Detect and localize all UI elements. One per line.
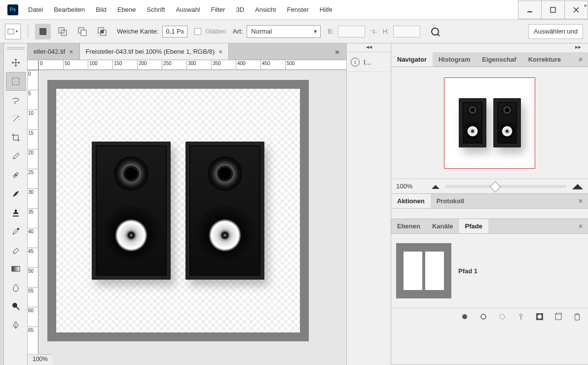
stroke-path-icon[interactable]: [479, 313, 487, 321]
right-panel-column: ◂◂ i I... ▸▸ Navigator Histogram Eigensc…: [346, 43, 588, 365]
stamp-tool[interactable]: [6, 203, 26, 222]
gradient-tool[interactable]: [6, 259, 26, 278]
feather-input[interactable]: 0,1 Px: [162, 26, 187, 37]
tab-eigenschaften[interactable]: Eigenschaf: [476, 52, 522, 67]
healing-tool[interactable]: [6, 166, 26, 184]
brush-tool[interactable]: [6, 184, 26, 203]
lasso-tool[interactable]: [6, 91, 26, 110]
layers-panel: Ebenen Kanäle Pfade ≡ Pfad 1: [391, 219, 588, 365]
menu-auswahl[interactable]: Auswahl: [176, 6, 200, 13]
eyedropper-tool[interactable]: [6, 147, 26, 166]
navigator-footer: 100%: [391, 179, 588, 193]
svg-rect-15: [12, 78, 19, 85]
add-selection-button[interactable]: [55, 24, 71, 39]
menu-datei[interactable]: Datei: [28, 6, 43, 13]
history-brush-tool[interactable]: [6, 222, 26, 241]
new-selection-button[interactable]: [35, 24, 51, 39]
actions-tab-row: Aktionen Protokoll ≡: [391, 194, 588, 209]
tab-kanaele[interactable]: Kanäle: [426, 219, 459, 233]
panel-menu-icon[interactable]: ≡: [573, 219, 588, 233]
zoom-in-icon[interactable]: [572, 183, 583, 189]
svg-rect-27: [556, 313, 561, 314]
menu-hilfe[interactable]: Hilfe: [320, 6, 332, 13]
swap-wh-icon: [369, 27, 379, 36]
navigator-preview[interactable]: [391, 67, 588, 179]
subtract-selection-button[interactable]: [74, 24, 90, 39]
menu-bild[interactable]: Bild: [96, 6, 107, 13]
menu-filter[interactable]: Filter: [211, 6, 225, 13]
dodge-tool[interactable]: [6, 297, 26, 316]
select-and-mask-button[interactable]: Auswählen und: [528, 24, 583, 39]
ruler-vertical[interactable]: 0 5 10 15 20 25 30 35 40 45 50 55 60 65: [28, 70, 38, 355]
close-icon[interactable]: ×: [219, 48, 222, 56]
info-panel-collapsed[interactable]: i I...: [347, 52, 391, 72]
minimize-button[interactable]: [518, 0, 542, 19]
path-thumbnail[interactable]: [396, 243, 451, 298]
blur-tool[interactable]: [6, 278, 26, 297]
add-mask-icon[interactable]: [536, 313, 544, 321]
menu-ebene[interactable]: Ebene: [117, 6, 136, 13]
style-label: Art:: [233, 28, 243, 35]
tab-ebenen[interactable]: Ebenen: [391, 219, 426, 233]
canvas-viewport: 0 50 100 150 200 250 300 350 400 450 500…: [28, 60, 346, 365]
antialias-checkbox[interactable]: [194, 28, 201, 35]
navigator-view-box[interactable]: [444, 77, 535, 169]
panel-edge-left[interactable]: ▸: [0, 43, 4, 365]
eraser-tool[interactable]: [6, 241, 26, 259]
path-name[interactable]: Pfad 1: [458, 267, 478, 275]
tab-navigator[interactable]: Navigator: [391, 52, 433, 67]
delete-path-icon[interactable]: [573, 313, 581, 321]
document-tab-1[interactable]: eller-042.tif ×: [28, 43, 80, 60]
ruler-tick: 65: [28, 327, 38, 346]
magic-wand-tool[interactable]: [6, 110, 26, 128]
artboard: [56, 89, 300, 332]
image-speaker-right: [185, 142, 264, 280]
svg-point-22: [481, 314, 486, 319]
fill-path-icon[interactable]: [461, 313, 469, 321]
intersect-selection-button[interactable]: [94, 24, 110, 39]
document-tab-2[interactable]: Freisteller-043.tif bei 100% (Ebene 1, R…: [80, 43, 229, 60]
collapse-icon[interactable]: ▸▸: [391, 43, 588, 52]
svg-point-17: [17, 228, 19, 230]
move-tool[interactable]: [6, 53, 26, 72]
make-workpath-icon[interactable]: [517, 313, 525, 321]
ruler-tick: 200: [137, 60, 162, 70]
tab-histogram[interactable]: Histogram: [433, 52, 476, 67]
style-select[interactable]: Normal: [247, 25, 321, 38]
navigator-zoom-slider[interactable]: [445, 185, 566, 188]
navigator-zoom-input[interactable]: 100%: [396, 182, 426, 190]
status-zoom[interactable]: 100%: [33, 356, 48, 363]
tab-overflow-button[interactable]: »: [328, 43, 346, 60]
ruler-horizontal[interactable]: 0 50 100 150 200 250 300 350 400 450 500: [38, 60, 346, 70]
close-icon[interactable]: ×: [69, 48, 73, 56]
options-bar: Weiche Kante: 0,1 Px Glätten Art: Normal…: [0, 20, 588, 43]
zoom-out-icon[interactable]: [432, 184, 440, 189]
feather-label: Weiche Kante:: [117, 28, 158, 35]
new-path-icon[interactable]: [554, 313, 562, 321]
collapse-icon[interactable]: ◂◂: [347, 43, 391, 52]
menu-bearbeiten[interactable]: Bearbeiten: [54, 6, 85, 13]
ruler-corner[interactable]: [28, 60, 38, 70]
marquee-tool[interactable]: [6, 72, 26, 91]
menu-schrift[interactable]: Schrift: [147, 6, 165, 13]
tab-protokoll[interactable]: Protokoll: [431, 194, 470, 208]
menu-ansicht[interactable]: Ansicht: [255, 6, 276, 13]
menu-fenster[interactable]: Fenster: [287, 6, 309, 13]
tab-pfade[interactable]: Pfade: [459, 219, 488, 233]
refine-edge-icon[interactable]: [427, 24, 443, 39]
tool-preset-picker[interactable]: [5, 24, 21, 39]
tab-aktionen[interactable]: Aktionen: [391, 194, 431, 208]
tab-korrekturen[interactable]: Korrekture: [522, 52, 567, 67]
crop-tool[interactable]: [6, 128, 26, 147]
canvas[interactable]: [47, 80, 309, 341]
menu-3d[interactable]: 3D: [236, 6, 244, 13]
load-selection-icon[interactable]: [498, 313, 506, 321]
document-tab-bar: eller-042.tif × Freisteller-043.tif bei …: [28, 43, 346, 60]
height-label: H:: [383, 28, 389, 35]
pen-tool[interactable]: [6, 316, 26, 334]
ruler-tick: 35: [28, 208, 38, 228]
toolbox-grip[interactable]: [7, 46, 25, 51]
maximize-button[interactable]: [541, 0, 565, 19]
panel-menu-icon[interactable]: ≡: [573, 194, 588, 208]
panel-menu-icon[interactable]: ≡: [573, 52, 588, 67]
